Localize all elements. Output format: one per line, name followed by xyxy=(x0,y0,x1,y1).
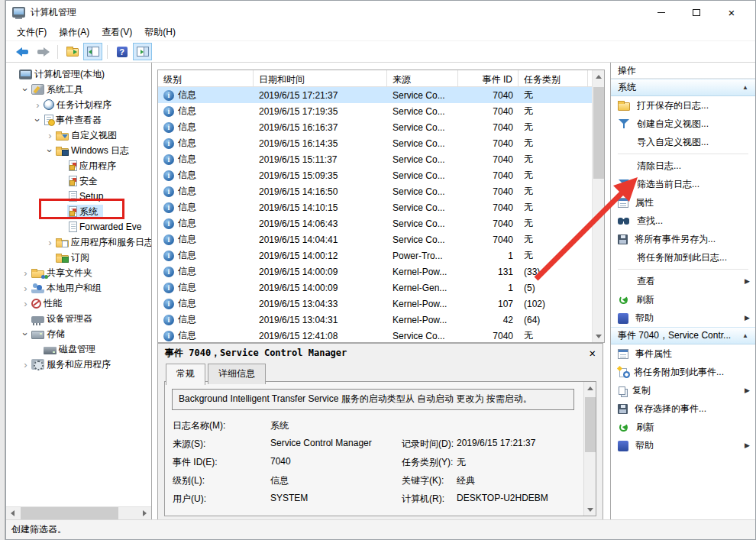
action-section-header[interactable]: 系统▲ xyxy=(611,79,755,96)
tree-item[interactable]: ›共享文件夹 xyxy=(6,265,151,280)
action-item[interactable]: 刷新 xyxy=(611,418,755,436)
tree-expanded-chevron-icon[interactable]: › xyxy=(45,146,55,156)
event-row[interactable]: i信息2019/6/15 13:04:33Kernel-Pow...107(10… xyxy=(158,296,604,312)
tree-item[interactable]: 计算机管理(本地) xyxy=(6,66,151,82)
tree-item[interactable]: ›Windows 日志 xyxy=(6,143,151,158)
export-list-button[interactable] xyxy=(63,43,82,60)
action-item[interactable]: 保存选择的事件... xyxy=(611,399,755,418)
action-pane-toggle-button[interactable] xyxy=(133,43,152,60)
tree-collapsed-chevron-icon[interactable]: › xyxy=(21,360,31,370)
event-row[interactable]: i信息2019/6/15 12:41:08Service Co...7040无 xyxy=(158,328,604,343)
tree-expanded-chevron-icon[interactable]: › xyxy=(33,115,43,125)
tree-item[interactable]: 磁盘管理 xyxy=(6,341,151,357)
event-id-cell: 42 xyxy=(458,312,519,328)
scrollbar-track[interactable] xyxy=(19,507,138,520)
close-button[interactable]: × xyxy=(714,1,749,24)
event-row[interactable]: i信息2019/6/15 14:06:43Service Co...7040无 xyxy=(158,215,604,231)
tree-item[interactable]: 应用程序 xyxy=(6,158,151,173)
help-button[interactable]: ? xyxy=(112,43,131,60)
tree-collapsed-chevron-icon[interactable]: › xyxy=(21,283,31,293)
event-row[interactable]: i信息2019/6/15 17:19:35Service Co...7040无 xyxy=(158,103,604,119)
action-item[interactable]: 查找... xyxy=(611,212,755,230)
event-row[interactable]: i信息2019/6/15 14:16:50Service Co...7040无 xyxy=(158,183,604,199)
tree-item[interactable]: ›应用程序和服务日志 xyxy=(6,234,151,250)
scroll-down-button[interactable] xyxy=(593,330,605,342)
tree-item[interactable]: Forwarded Eve xyxy=(6,219,151,234)
tree-collapsed-chevron-icon[interactable]: › xyxy=(45,131,55,141)
scroll-down-button[interactable] xyxy=(584,503,596,516)
action-item[interactable]: 导入自定义视图... xyxy=(611,133,755,151)
action-item[interactable]: 复制▶ xyxy=(611,381,755,399)
tree-item[interactable]: ›系统工具 xyxy=(6,82,151,97)
scrollbar-thumb[interactable] xyxy=(593,87,604,179)
tree-item[interactable]: 系统 xyxy=(6,204,151,219)
minimize-button[interactable] xyxy=(644,1,679,24)
forward-button[interactable] xyxy=(34,43,53,60)
preview-close-button[interactable]: ✕ xyxy=(590,348,596,358)
tree-expanded-chevron-icon[interactable]: › xyxy=(21,329,31,339)
tree-item[interactable]: Setup xyxy=(6,189,151,204)
maximize-button[interactable] xyxy=(679,1,714,24)
column-header[interactable]: 来源 xyxy=(387,70,458,86)
column-header[interactable]: 日期和时间 xyxy=(254,70,387,86)
tree-item[interactable]: ›本地用户和组 xyxy=(6,280,151,296)
tree-item[interactable]: 订阅 xyxy=(6,250,151,265)
tab-details[interactable]: 详细信息 xyxy=(208,364,266,384)
tree-collapsed-chevron-icon[interactable]: › xyxy=(33,100,43,110)
action-item[interactable]: 创建自定义视图... xyxy=(611,115,755,133)
event-row[interactable]: i信息2019/6/15 16:14:35Service Co...7040无 xyxy=(158,135,604,151)
scroll-up-button[interactable] xyxy=(593,70,605,82)
event-row[interactable]: i信息2019/6/15 14:00:12Power-Tro...1无 xyxy=(158,247,604,264)
event-row[interactable]: i信息2019/6/15 14:04:41Service Co...7040无 xyxy=(158,231,604,247)
action-item[interactable]: 打开保存的日志... xyxy=(611,96,755,115)
event-row[interactable]: i信息2019/6/15 17:21:37Service Co...7040无 xyxy=(158,87,604,103)
scrollbar-thumb[interactable] xyxy=(21,507,118,520)
action-item[interactable]: 将任务附加到此事件... xyxy=(611,363,755,381)
console-tree-toggle-button[interactable] xyxy=(83,43,102,60)
event-row[interactable]: i信息2019/6/15 15:09:35Service Co...7040无 xyxy=(158,167,604,183)
tree-expanded-chevron-icon[interactable]: › xyxy=(21,85,31,95)
tree-item[interactable]: ›自定义视图 xyxy=(6,128,151,143)
scrollbar-thumb[interactable] xyxy=(585,397,596,452)
tree-item[interactable]: ›存储 xyxy=(6,326,151,341)
menu-item[interactable]: 文件(F) xyxy=(12,24,54,41)
action-item[interactable]: 刷新 xyxy=(611,290,755,309)
tree-item[interactable]: 安全 xyxy=(6,173,151,189)
action-item[interactable]: 帮助▶ xyxy=(611,436,755,454)
column-header[interactable]: 任务类别 xyxy=(519,70,588,86)
tree-collapsed-chevron-icon[interactable]: › xyxy=(21,299,31,309)
action-item[interactable]: 筛选当前日志... xyxy=(611,175,755,193)
scroll-up-button[interactable] xyxy=(584,382,596,394)
action-item[interactable]: 帮助▶ xyxy=(611,309,755,327)
event-row[interactable]: i信息2019/6/15 14:00:09Kernel-Gen...1(5) xyxy=(158,280,604,296)
scroll-left-button[interactable] xyxy=(6,507,19,520)
tree-collapsed-chevron-icon[interactable]: › xyxy=(45,238,55,247)
event-row[interactable]: i信息2019/6/15 15:11:37Service Co...7040无 xyxy=(158,151,604,167)
tab-general[interactable]: 常规 xyxy=(166,364,205,385)
event-row[interactable]: i信息2019/6/15 14:10:15Service Co...7040无 xyxy=(158,199,604,215)
tree-item[interactable]: ›事件查看器 xyxy=(6,112,151,128)
tree-item[interactable]: ›服务和应用程序 xyxy=(6,357,151,372)
action-item[interactable]: 将所有事件另存为... xyxy=(611,230,755,248)
tree-item[interactable]: 设备管理器 xyxy=(6,311,151,326)
menu-item[interactable]: 查看(V) xyxy=(97,24,140,41)
action-item[interactable]: 查看▶ xyxy=(611,272,755,290)
action-section-header[interactable]: 事件 7040，Service Contr...▲ xyxy=(611,327,755,344)
tree-item[interactable]: ›任务计划程序 xyxy=(6,97,151,112)
action-item[interactable]: 清除日志... xyxy=(611,157,755,175)
column-header[interactable]: 事件 ID xyxy=(458,70,519,86)
event-row[interactable]: i信息2019/6/15 16:16:37Service Co...7040无 xyxy=(158,119,604,135)
menu-item[interactable]: 帮助(H) xyxy=(140,24,183,41)
column-header[interactable]: 级别 xyxy=(158,70,254,86)
tree-collapsed-chevron-icon[interactable]: › xyxy=(21,268,31,278)
event-row[interactable]: i信息2019/6/15 14:00:09Kernel-Pow...131(33… xyxy=(158,264,604,280)
scroll-right-button[interactable] xyxy=(138,507,151,520)
event-row[interactable]: i信息2019/6/15 13:04:31Kernel-Pow...42(64) xyxy=(158,312,604,328)
menu-item[interactable]: 操作(A) xyxy=(54,24,97,41)
back-button[interactable] xyxy=(13,43,32,60)
action-item[interactable]: 属性 xyxy=(611,193,755,212)
action-item[interactable]: 将任务附加到此日志... xyxy=(611,248,755,267)
action-item[interactable]: 事件属性 xyxy=(611,344,755,363)
field-value: Service Control Manager xyxy=(270,438,372,448)
tree-item[interactable]: ›性能 xyxy=(6,296,151,311)
